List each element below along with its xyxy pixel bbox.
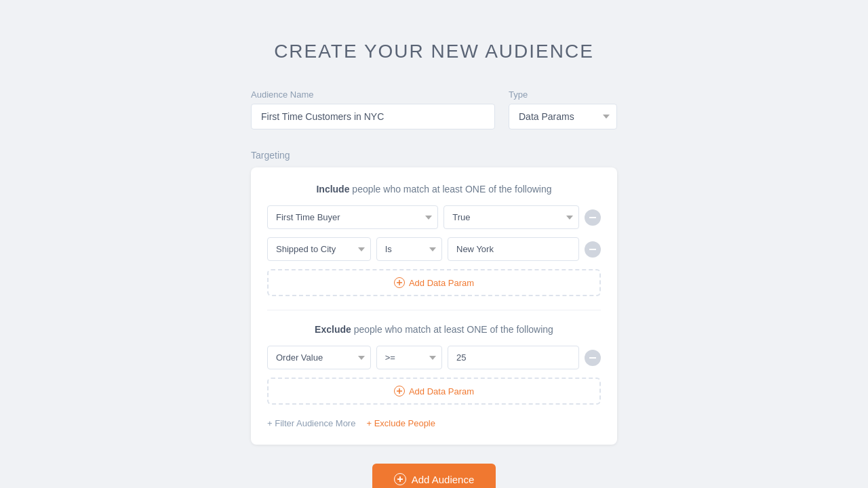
include-rule-2-value-input[interactable] [448, 237, 579, 261]
add-audience-plus-icon [394, 473, 406, 485]
exclude-rule-1-field[interactable]: Order Value First Time Buyer Shipped to … [267, 346, 371, 369]
targeting-section: Targeting Include people who match at le… [251, 150, 617, 445]
page-title: CREATE YOUR NEW AUDIENCE [274, 41, 594, 62]
remove-icon-3 [589, 357, 596, 359]
include-rule-2-field[interactable]: Shipped to City First Time Buyer Order V… [267, 237, 371, 261]
exclude-title: Exclude people who match at least ONE of… [267, 324, 601, 335]
exclude-rule-1-value-input[interactable] [448, 346, 579, 369]
type-group: Type Data Params Segment List [509, 89, 617, 129]
exclude-rule-1-operator[interactable]: >= <= = > < [376, 346, 442, 369]
include-rule-2-remove-button[interactable] [585, 241, 601, 258]
exclude-title-suffix: people who match at least ONE of the fol… [354, 324, 553, 335]
bottom-actions: Add Audience Cancel [372, 445, 496, 488]
type-select[interactable]: Data Params Segment List [509, 104, 617, 129]
section-divider [267, 310, 601, 310]
add-audience-button[interactable]: Add Audience [372, 464, 496, 488]
include-rule-1-remove-button[interactable] [585, 209, 601, 226]
include-title: Include people who match at least ONE of… [267, 184, 601, 195]
include-rule-1-operator[interactable]: True False Is Is Not [443, 205, 579, 229]
plus-circle-icon [394, 277, 405, 288]
include-group: Include people who match at least ONE of… [267, 184, 601, 296]
exclude-people-link[interactable]: + Exclude People [366, 418, 435, 428]
exclude-add-param-label: Add Data Param [409, 386, 474, 396]
page-container: CREATE YOUR NEW AUDIENCE Audience Name T… [0, 41, 868, 488]
exclude-group: Exclude people who match at least ONE of… [267, 324, 601, 405]
include-rule-1: First Time Buyer Shipped to City Order V… [267, 205, 601, 229]
include-rule-2: Shipped to City First Time Buyer Order V… [267, 237, 601, 261]
audience-name-label: Audience Name [251, 89, 495, 100]
include-add-param-label: Add Data Param [409, 278, 474, 288]
include-title-bold: Include [316, 184, 349, 195]
exclude-add-param-button[interactable]: Add Data Param [267, 378, 601, 405]
exclude-rule-1-remove-button[interactable] [585, 350, 601, 366]
include-title-suffix: people who match at least ONE of the fol… [352, 184, 551, 195]
add-audience-label: Add Audience [412, 474, 475, 485]
filter-more-link[interactable]: + Filter Audience More [267, 418, 355, 428]
audience-name-input[interactable] [251, 104, 495, 129]
targeting-label: Targeting [251, 150, 617, 161]
include-add-param-button[interactable]: Add Data Param [267, 269, 601, 296]
targeting-card: Include people who match at least ONE of… [251, 167, 617, 445]
exclude-title-bold: Exclude [315, 324, 351, 335]
type-label: Type [509, 89, 617, 100]
remove-icon [589, 217, 596, 218]
exclude-rule-1: Order Value First Time Buyer Shipped to … [267, 346, 601, 369]
include-rule-2-operator[interactable]: Is Is Not Contains [376, 237, 442, 261]
plus-circle-icon-2 [394, 386, 405, 396]
remove-icon-2 [589, 249, 596, 250]
footer-links: + Filter Audience More + Exclude People [267, 418, 601, 428]
top-fields: Audience Name Type Data Params Segment L… [251, 89, 617, 129]
audience-name-group: Audience Name [251, 89, 495, 129]
include-rule-1-field[interactable]: First Time Buyer Shipped to City Order V… [267, 205, 438, 229]
